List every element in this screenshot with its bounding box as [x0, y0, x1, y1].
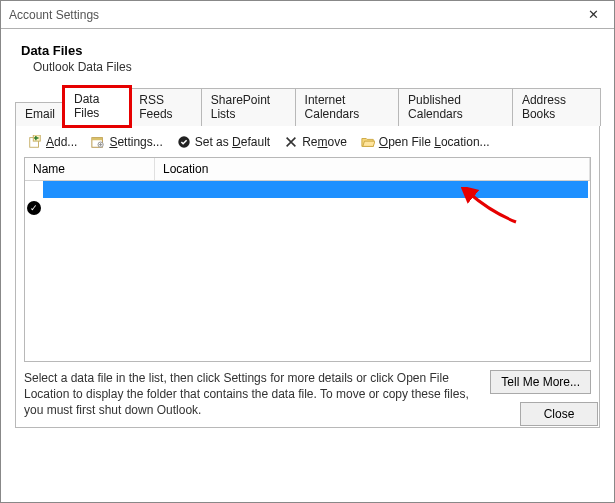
footer-text: Select a data file in the list, then cli…: [24, 370, 480, 419]
toolbar: AAdd...dd... Settings... Settings... Set…: [24, 133, 591, 157]
tab-data-files[interactable]: Data Files: [64, 87, 130, 126]
open-file-location-button[interactable]: Open File Location... Open File Location…: [361, 135, 490, 149]
column-location[interactable]: Location: [155, 158, 590, 180]
tab-panel: AAdd...dd... Settings... Settings... Set…: [15, 126, 600, 428]
tab-sharepoint-lists[interactable]: SharePoint Lists: [201, 88, 296, 126]
tell-me-more-button[interactable]: Tell Me More...: [490, 370, 591, 394]
tab-internet-calendars[interactable]: Internet Calendars: [295, 88, 400, 126]
settings-button[interactable]: Settings... Settings...: [91, 135, 162, 149]
tab-email[interactable]: Email: [15, 102, 65, 126]
remove-button[interactable]: Remove Remove: [284, 135, 347, 149]
add-icon: [28, 135, 42, 149]
set-default-button[interactable]: Set as Default Set as Default: [177, 135, 270, 149]
settings-icon: [91, 135, 105, 149]
column-name[interactable]: Name: [25, 158, 155, 180]
titlebar: Account Settings ✕: [1, 1, 614, 29]
page-subtitle: Outlook Data Files: [33, 60, 600, 74]
table-row[interactable]: [43, 181, 588, 198]
folder-open-icon: [361, 135, 375, 149]
tab-strip: Email Data Files RSS Feeds SharePoint Li…: [15, 86, 600, 126]
data-files-list[interactable]: Name Location ✓: [24, 157, 591, 362]
close-button[interactable]: Close: [520, 402, 598, 426]
list-header: Name Location: [25, 158, 590, 181]
svg-rect-3: [92, 138, 103, 141]
remove-icon: [284, 135, 298, 149]
close-icon[interactable]: ✕: [572, 1, 614, 29]
tab-rss-feeds[interactable]: RSS Feeds: [129, 88, 202, 126]
dialog-buttons: Close: [520, 402, 598, 426]
footer-note: Select a data file in the list, then cli…: [24, 370, 591, 419]
window-title: Account Settings: [9, 8, 99, 22]
tab-address-books[interactable]: Address Books: [512, 88, 601, 126]
table-row[interactable]: ✓: [25, 198, 590, 218]
tab-published-calendars[interactable]: Published Calendars: [398, 88, 513, 126]
default-check-icon: ✓: [27, 201, 41, 215]
check-circle-icon: [177, 135, 191, 149]
list-body: ✓: [25, 181, 590, 218]
add-button[interactable]: AAdd...dd...: [28, 135, 77, 149]
page-title: Data Files: [21, 43, 600, 58]
dialog-body: Data Files Outlook Data Files Email Data…: [1, 29, 614, 436]
heading-area: Data Files Outlook Data Files: [15, 43, 600, 74]
